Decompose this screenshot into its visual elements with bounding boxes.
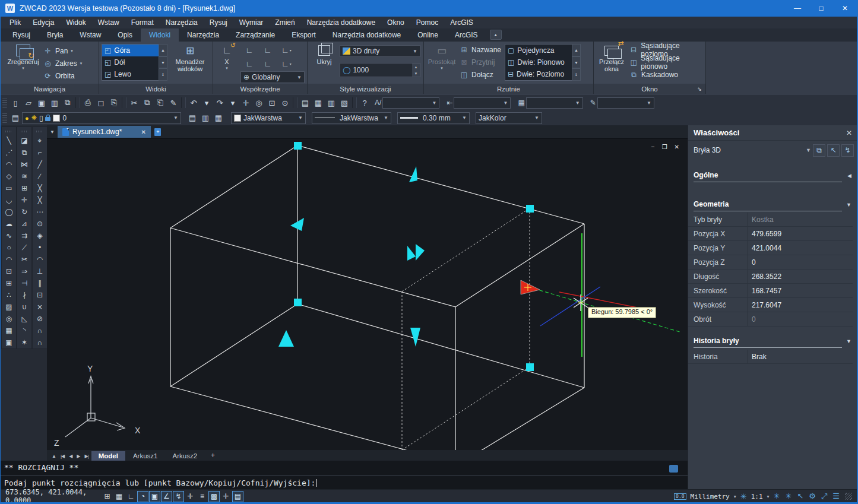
sep[interactable] — [181, 97, 186, 108]
object-snap[interactable]: ▣ — [149, 491, 160, 502]
menu-item[interactable]: ArcGIS — [445, 17, 479, 28]
undo[interactable]: ↶ — [187, 97, 200, 109]
erase[interactable]: ◪ — [17, 135, 31, 147]
print[interactable]: ⎙ — [81, 97, 94, 109]
panel-launcher-icon[interactable]: ⇘ — [697, 86, 702, 92]
table[interactable]: ▦ — [2, 325, 16, 337]
snap-none[interactable]: ⊘ — [33, 313, 47, 325]
ucs-world[interactable]: ∟ — [240, 43, 259, 57]
ellipse-arc[interactable]: ◠ — [2, 253, 16, 265]
layer-combo[interactable]: ● ❋ ▯ 0 ▼ — [22, 112, 181, 124]
insert-block[interactable]: ⊡ — [2, 265, 16, 277]
regen-button[interactable]: ↻ Zregeneruj ▾ — [7, 43, 40, 71]
section-ogolne[interactable]: Ogólne ◀ — [694, 171, 842, 182]
design-center[interactable]: ▦ — [312, 97, 325, 109]
arc[interactable]: ◠ — [2, 159, 16, 170]
layer-lock-icon[interactable] — [45, 117, 50, 121]
layout-nav-button[interactable]: ◀ — [67, 454, 74, 461]
osnap-settings[interactable]: ∩ — [33, 337, 47, 348]
mdi-close-icon[interactable]: ✕ — [675, 144, 679, 150]
section-expanded-icon[interactable]: ▼ — [846, 202, 851, 208]
open[interactable]: ▱ — [22, 97, 35, 109]
object-snap-tracking[interactable]: ∠ — [161, 491, 172, 502]
ribbon-tab[interactable]: Rysuj — [4, 28, 39, 42]
ribbon-tab[interactable]: Wstaw — [71, 28, 109, 42]
point-filter[interactable]: ✛ — [185, 491, 196, 502]
copy[interactable]: ⧉ — [141, 97, 154, 109]
paste[interactable]: ⎗ — [154, 97, 167, 109]
annotation-monitor[interactable]: ✛ — [220, 491, 232, 502]
menu-item[interactable]: Wymiar — [234, 17, 269, 28]
resize-grip[interactable] — [845, 493, 852, 500]
section-expanded-icon[interactable]: ▼ — [846, 338, 851, 344]
new-document-button[interactable]: + — [152, 126, 164, 137]
menu-item[interactable]: Format — [126, 17, 159, 28]
break[interactable]: ⊣ — [17, 277, 31, 289]
menu-item[interactable]: Plik — [4, 17, 26, 28]
layer-previous[interactable]: ▥ — [199, 112, 212, 124]
revision-cloud[interactable]: ☁ — [2, 218, 16, 230]
sep[interactable] — [293, 97, 297, 108]
print-preview[interactable]: ◻ — [94, 97, 107, 109]
toolbar-grip[interactable] — [2, 97, 7, 108]
document-tab[interactable]: Rysunek1.dwg* ✕ — [58, 126, 151, 138]
dynamic-input[interactable]: ↯ — [173, 491, 184, 502]
ribbon-tab[interactable]: ArcGIS — [447, 28, 486, 42]
menu-item[interactable]: Narzędzia — [160, 17, 203, 28]
lineweight-display[interactable]: ≡ — [197, 491, 208, 502]
menu-item[interactable]: Wstaw — [93, 17, 125, 28]
layout-nav-button[interactable]: |◀ — [58, 454, 67, 461]
snap-mode[interactable]: ▦ — [113, 491, 125, 502]
units-label[interactable]: Millimetry — [691, 493, 730, 500]
ortho-mode[interactable]: ∟ — [125, 491, 137, 502]
vports-join[interactable]: ◫Dołącz — [460, 68, 501, 81]
status-menu[interactable]: ☰ — [832, 492, 840, 501]
copy-with-base[interactable]: ⧉ — [61, 97, 74, 109]
isolate-objects[interactable]: ↖ — [797, 492, 803, 501]
extend[interactable]: ⇒ — [17, 265, 31, 277]
ribbon-tab[interactable]: Online — [409, 28, 447, 42]
layout-nav-button[interactable]: ▶ — [74, 454, 82, 461]
spinner-arrows[interactable]: ▲▼ — [412, 64, 420, 77]
isolines-spinner[interactable]: ◯ 1000 ▲▼ — [340, 63, 420, 77]
make-block[interactable]: ⊞ — [2, 277, 16, 289]
mdi-minimize-icon[interactable]: − — [651, 144, 655, 150]
text-style-combo[interactable]: ▼ — [382, 97, 439, 109]
ellipse[interactable]: ○ — [2, 242, 16, 253]
view-manager-button[interactable]: ⊞ Menadżer widoków — [172, 43, 208, 72]
snap-quadrant[interactable]: ◈ — [33, 230, 47, 242]
image[interactable]: ▣ — [2, 337, 16, 348]
zoom-previous[interactable]: ⊙ — [278, 97, 292, 109]
vp-single[interactable]: ▢Pojedyncza — [505, 45, 572, 56]
quick-properties[interactable]: ▤ — [232, 491, 243, 502]
vports-clip[interactable]: ⊠Przytnij — [460, 56, 501, 68]
offset[interactable]: ≋ — [17, 170, 31, 182]
menu-item[interactable]: Zmień — [270, 17, 300, 28]
menu-item[interactable]: Okno — [382, 17, 410, 28]
zoom-realtime[interactable]: ◎ — [252, 97, 265, 109]
command-scrollbar[interactable] — [669, 465, 678, 473]
stretch[interactable]: ⇉ — [17, 230, 31, 242]
layout-tab[interactable]: Model — [91, 451, 125, 461]
annotation-autoscale[interactable]: ✳ — [785, 492, 791, 501]
ribbon-tab[interactable]: Widoki — [141, 28, 179, 42]
snap-apparent-intersection[interactable]: ╳ — [33, 194, 47, 206]
properties-palette[interactable]: ▤ — [299, 97, 312, 109]
vp-two-vertical[interactable]: ◫Dwie: Pionowo — [505, 56, 572, 68]
ribbon-tab[interactable]: Narzędzia — [179, 28, 227, 42]
ucs-combo[interactable]: ⊕ Globalny ▼ — [240, 71, 305, 83]
pan[interactable]: ✛ — [239, 97, 252, 109]
new[interactable]: ▯ — [9, 97, 22, 109]
select-objects[interactable]: ↖ — [827, 144, 840, 157]
ribbon-tab[interactable]: Zarządzanie — [227, 28, 283, 42]
annotation-visibility[interactable]: ✳ — [774, 492, 780, 501]
color-combo[interactable]: JakWarstwa▼ — [231, 112, 306, 124]
quick-select[interactable]: ↯ — [841, 144, 854, 157]
save[interactable]: ▣ — [35, 97, 48, 109]
minimize-icon[interactable]: — — [786, 0, 809, 17]
array[interactable]: ⊞ — [17, 182, 31, 194]
ribbon-collapse-icon[interactable]: ▲ — [490, 30, 502, 40]
command-window[interactable]: ** ROZCIĄGNIJ ** Podaj punkt rozciągnięc… — [1, 461, 688, 489]
snap-extension[interactable]: ⋯ — [33, 206, 47, 218]
rectangle[interactable]: ▭ — [2, 182, 16, 194]
